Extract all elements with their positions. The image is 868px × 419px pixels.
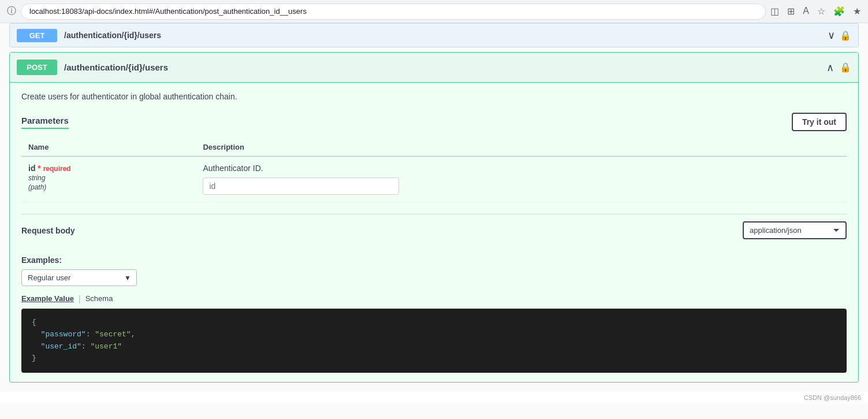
font-icon[interactable]: A xyxy=(803,6,809,17)
code-block: { "password": "secret", "user_id": "user… xyxy=(21,309,847,373)
post-endpoint-header[interactable]: POST /authentication/{id}/users ∧ 🔒 xyxy=(10,53,858,83)
schema-tab[interactable]: Schema xyxy=(85,293,113,304)
example-tabs: Example Value | Schema xyxy=(21,293,847,304)
get-method-badge: GET xyxy=(17,29,57,42)
description-column-header: Description xyxy=(196,138,847,157)
table-row: id * required string (path) Authenticato… xyxy=(21,157,847,202)
info-icon[interactable]: ⓘ xyxy=(7,5,16,17)
code-line-user-id: "user_id": "user1" xyxy=(32,341,836,353)
extension-icon[interactable]: 🧩 xyxy=(833,6,845,17)
page-footer: CSDN @sunday866 xyxy=(0,392,868,403)
grid-icon[interactable]: ⊞ xyxy=(787,6,795,17)
example-value-tab[interactable]: Example Value xyxy=(21,293,74,304)
examples-label: Examples: xyxy=(21,255,847,265)
post-endpoint-section: POST /authentication/{id}/users ∧ 🔒 Crea… xyxy=(9,52,859,383)
param-description: Authenticator ID. xyxy=(203,164,840,173)
post-description: Create users for authenticator in global… xyxy=(21,92,847,101)
param-description-cell: Authenticator ID. xyxy=(196,157,847,202)
page-content: GET /authentication/{id}/users ∨ 🔒 POST … xyxy=(0,23,868,419)
browser-chrome: ⓘ localhost:18083/api-docs/index.html#/A… xyxy=(0,0,868,23)
get-lock-icon[interactable]: 🔒 xyxy=(840,30,851,41)
parameters-title: Parameters xyxy=(21,116,69,129)
post-method-badge: POST xyxy=(17,60,57,75)
get-endpoint-bar[interactable]: GET /authentication/{id}/users ∨ 🔒 xyxy=(9,23,859,47)
examples-select-wrapper: Regular user Admin user ▼ xyxy=(21,269,137,286)
content-type-wrapper: application/json application/xml xyxy=(743,221,847,239)
parameters-section-header: Parameters Try it out xyxy=(21,113,847,131)
parameters-table: Name Description id * required string xyxy=(21,138,847,202)
param-type: string xyxy=(28,174,45,182)
code-line-close: } xyxy=(32,353,836,365)
required-label: required xyxy=(43,165,71,173)
monitor-icon[interactable]: ◫ xyxy=(770,6,779,17)
code-line-open: { xyxy=(32,317,836,329)
post-endpoint-path: /authentication/{id}/users xyxy=(64,62,826,72)
bookmark-icon[interactable]: ★ xyxy=(853,6,861,17)
request-body-title: Request body xyxy=(21,226,75,235)
param-id-input[interactable] xyxy=(203,177,399,195)
star-icon[interactable]: ☆ xyxy=(817,6,825,17)
code-line-password: "password": "secret", xyxy=(32,329,836,341)
examples-select[interactable]: Regular user Admin user xyxy=(21,269,137,286)
get-collapse-icon[interactable]: ∨ xyxy=(828,29,835,42)
param-name-cell: id * required string (path) xyxy=(21,157,196,202)
required-star: * xyxy=(38,164,43,173)
try-it-out-button[interactable]: Try it out xyxy=(792,113,847,131)
request-body-header: Request body application/json applicatio… xyxy=(21,214,847,246)
url-bar[interactable]: localhost:18083/api-docs/index.html#/Aut… xyxy=(21,3,766,20)
content-type-select[interactable]: application/json application/xml xyxy=(743,221,847,239)
post-collapse-icon[interactable]: ∧ xyxy=(826,61,834,74)
footer-text: CSDN @sunday866 xyxy=(804,394,861,401)
get-endpoint-path: /authentication/{id}/users xyxy=(64,31,828,40)
name-column-header: Name xyxy=(21,138,196,157)
post-lock-icon[interactable]: 🔒 xyxy=(840,62,851,73)
tab-divider: | xyxy=(79,294,81,303)
post-body: Create users for authenticator in global… xyxy=(10,83,858,382)
param-location: (path) xyxy=(28,183,46,191)
browser-toolbar-icons: ◫ ⊞ A ☆ 🧩 ★ xyxy=(770,6,861,17)
param-name: id xyxy=(28,164,35,173)
